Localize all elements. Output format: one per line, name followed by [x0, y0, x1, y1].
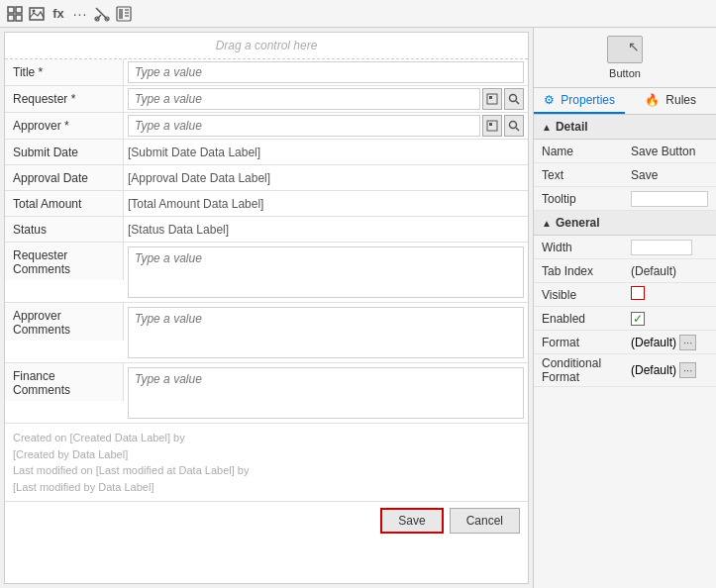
visible-prop-label: Visible: [542, 288, 631, 302]
format-value-text: (Default): [631, 336, 676, 349]
svg-point-21: [510, 122, 517, 129]
approver-input[interactable]: [128, 115, 480, 137]
approver-comments-row: Approver Comments: [5, 303, 528, 363]
svg-line-22: [516, 128, 519, 131]
enabled-prop-value[interactable]: ✓: [631, 312, 708, 326]
requester-comments-label: Requester Comments: [5, 243, 124, 280]
drag-hint: Drag a control here: [5, 33, 528, 59]
enabled-checkbox[interactable]: ✓: [631, 312, 645, 326]
tabindex-prop-row: Tab Index (Default): [534, 259, 716, 283]
props-panel: Button ⚙ Properties 🔥 Rules ▲ Detail Nam…: [533, 28, 716, 588]
conditional-format-prop-value: (Default) ···: [631, 362, 708, 378]
title-input[interactable]: [128, 61, 524, 83]
status-field: [Status Data Label]: [124, 217, 528, 242]
format-prop-value: (Default) ···: [631, 335, 708, 350]
finance-comments-field[interactable]: [124, 363, 528, 423]
title-label: Title *: [5, 59, 124, 85]
svg-rect-20: [489, 123, 492, 126]
footer-line-1: Created on [Created Data Label] by: [13, 430, 520, 446]
total-amount-field: [Total Amount Data Label]: [124, 191, 528, 216]
footer-text: Created on [Created Data Label] by [Crea…: [5, 424, 528, 501]
template-icon[interactable]: [115, 5, 133, 23]
name-prop-value: Save Button: [631, 145, 708, 158]
form-actions: Save Cancel: [5, 501, 528, 539]
enabled-prop-label: Enabled: [542, 312, 631, 326]
conditional-format-dots-button[interactable]: ···: [679, 362, 696, 378]
tab-rules-label: Rules: [665, 93, 696, 107]
approver-label: Approver *: [5, 113, 124, 139]
total-amount-value: [Total Amount Data Label]: [128, 197, 263, 211]
name-prop-row: Name Save Button: [534, 140, 716, 163]
svg-point-17: [510, 95, 517, 102]
general-section-header[interactable]: ▲ General: [534, 211, 716, 236]
general-section-title: General: [556, 216, 600, 230]
format-dots-button[interactable]: ···: [679, 335, 696, 350]
cut-icon[interactable]: [93, 5, 111, 23]
approver-search-btn[interactable]: [504, 115, 524, 137]
image-icon[interactable]: [28, 5, 46, 23]
button-preview: Button: [534, 28, 716, 88]
tooltip-prop-value[interactable]: [631, 191, 708, 207]
requester-label: Requester *: [5, 86, 124, 112]
requester-browse-btn[interactable]: [482, 88, 502, 110]
tooltip-prop-label: Tooltip: [542, 192, 631, 206]
format-prop-label: Format: [542, 336, 631, 349]
format-prop-row: Format (Default) ···: [534, 331, 716, 354]
detail-section-title: Detail: [556, 120, 588, 134]
save-button[interactable]: Save: [380, 508, 443, 534]
width-prop-value[interactable]: [631, 240, 708, 255]
main-area: Drag a control here Title * Requester *: [0, 28, 716, 588]
text-prop-row: Text Save: [534, 163, 716, 187]
tab-properties-label: Properties: [561, 93, 615, 107]
approver-field: [124, 113, 528, 139]
more-icon[interactable]: ···: [71, 5, 89, 23]
finance-comments-input[interactable]: [128, 367, 524, 419]
svg-rect-0: [8, 7, 14, 13]
footer-line-3: Last modified on [Last modified at Data …: [13, 462, 520, 479]
enabled-prop-row: Enabled ✓: [534, 307, 716, 331]
button-type-label: Button: [609, 67, 641, 79]
properties-tab-icon: ⚙: [544, 93, 555, 107]
requester-comments-field[interactable]: [124, 243, 528, 302]
requester-input[interactable]: [128, 88, 480, 110]
tooltip-prop-row: Tooltip: [534, 187, 716, 211]
approver-row: Approver *: [5, 113, 528, 140]
width-prop-row: Width: [534, 236, 716, 259]
grid-icon[interactable]: [6, 5, 24, 23]
submit-date-value: [Submit Date Data Label]: [128, 146, 260, 159]
submit-date-label: Submit Date: [5, 140, 124, 164]
detail-section-header[interactable]: ▲ Detail: [534, 115, 716, 140]
svg-line-18: [516, 101, 519, 104]
svg-rect-11: [119, 9, 123, 19]
conditional-format-value-text: (Default): [631, 363, 676, 377]
requester-comments-input[interactable]: [128, 246, 524, 298]
approver-browse-btn[interactable]: [482, 115, 502, 137]
formula-icon[interactable]: fx: [50, 5, 67, 23]
svg-rect-3: [16, 15, 22, 21]
text-prop-label: Text: [542, 168, 631, 182]
text-prop-value: Save: [631, 168, 708, 182]
rules-tab-icon: 🔥: [645, 93, 660, 107]
tooltip-input[interactable]: [631, 191, 708, 207]
tabs-row: ⚙ Properties 🔥 Rules: [534, 88, 716, 115]
requester-input-group: [128, 88, 524, 110]
tab-rules[interactable]: 🔥 Rules: [625, 88, 716, 114]
approver-comments-input[interactable]: [128, 307, 524, 358]
visible-prop-value[interactable]: [631, 286, 708, 303]
svg-rect-2: [8, 15, 14, 21]
approver-comments-field[interactable]: [124, 303, 528, 362]
requester-field: [124, 86, 528, 112]
visible-checkbox[interactable]: [631, 286, 645, 300]
svg-point-5: [33, 9, 36, 12]
tab-properties[interactable]: ⚙ Properties: [534, 88, 625, 114]
toolbar: fx ···: [0, 0, 716, 28]
requester-search-btn[interactable]: [504, 88, 524, 110]
title-field[interactable]: [124, 59, 528, 85]
footer-line-4: [Last modified by Data Label]: [13, 479, 520, 496]
conditional-format-prop-row: Conditional Format (Default) ···: [534, 354, 716, 387]
status-value: [Status Data Label]: [128, 223, 229, 237]
cancel-button[interactable]: Cancel: [450, 508, 520, 534]
footer-line-2: [Created by Data Label]: [13, 446, 520, 463]
approval-date-label: Approval Date: [5, 165, 124, 190]
width-input[interactable]: [631, 240, 692, 255]
